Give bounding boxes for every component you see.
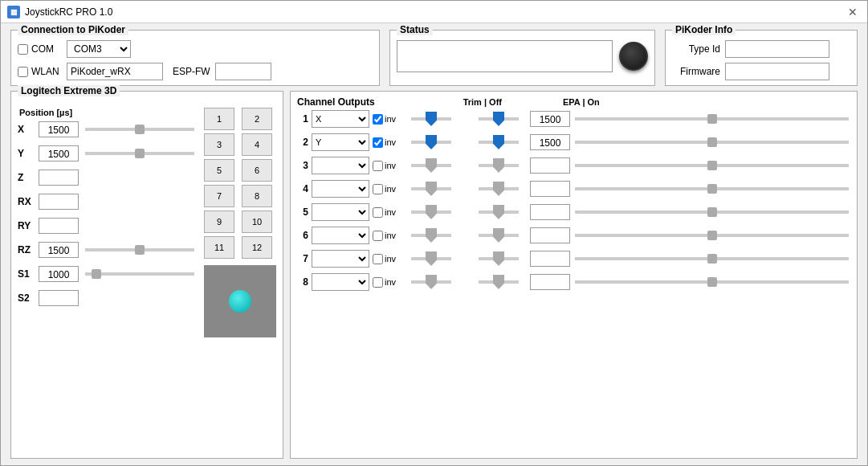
axis-y-label: Y [18, 148, 35, 159]
ch-inv-check-1[interactable] [373, 114, 383, 125]
axis-ry-row: RY [18, 217, 198, 235]
button-grid: 1 2 3 4 5 6 7 8 9 10 11 12 [204, 108, 276, 259]
wlan-checkbox-label[interactable]: WLAN [18, 66, 62, 77]
status-led [619, 42, 648, 71]
ch-num-4: 4 [297, 183, 308, 194]
ch-row-2: 2 YXZ inv [297, 133, 850, 152]
ch-select-5[interactable] [312, 203, 369, 221]
com-select[interactable]: COM3 COM1 COM2 COM4 [67, 40, 131, 58]
ch-epa-slider-1[interactable] [479, 117, 527, 121]
ch-inv-check-2[interactable] [373, 137, 383, 148]
com-checkbox-label[interactable]: COM [18, 43, 62, 55]
ch-select-3[interactable] [312, 157, 369, 174]
axis-x-label: X [18, 124, 35, 135]
ch-select-8[interactable] [312, 273, 369, 291]
bottom-row: Logitech Extreme 3D Position [µs] X 1500 [10, 91, 858, 459]
firmware-row: Firmware [672, 63, 850, 80]
connection-label: Connection to PiKoder [18, 24, 128, 35]
ch-row-1: 1 XYZ inv [297, 109, 850, 129]
axis-rz-slider[interactable] [85, 248, 194, 251]
btn-4[interactable]: 4 [242, 133, 272, 156]
ch-trim-slider-2[interactable] [411, 141, 459, 144]
ch-select-2[interactable]: YXZ [312, 133, 369, 151]
status-inner [397, 40, 648, 72]
ch-num-8: 8 [297, 276, 308, 288]
ch-num-5: 5 [297, 206, 308, 218]
btn-3[interactable]: 3 [204, 133, 234, 156]
btn-6[interactable]: 6 [242, 159, 272, 182]
pos-label: Position [µs] [19, 108, 198, 117]
ch-value-7 [530, 251, 570, 267]
pikoder-info-section: PiKoder Info Type Id Firmware [665, 30, 858, 86]
connection-rows: COM COM3 COM1 COM2 COM4 WLAN [18, 40, 373, 80]
top-row: Connection to PiKoder COM COM3 COM1 COM2… [10, 30, 858, 86]
axis-s1-slider[interactable] [85, 272, 194, 276]
btn-1[interactable]: 1 [204, 108, 234, 130]
firmware-field[interactable] [725, 63, 829, 80]
ch-inv-check-5[interactable] [373, 207, 383, 218]
ch-select-7[interactable] [312, 250, 369, 268]
axis-s1-value: 1000 [39, 266, 79, 282]
axis-s1-label: S1 [18, 268, 35, 280]
ch-row-6: 6 inv [297, 226, 850, 245]
joystick-label: Logitech Extreme 3D [18, 85, 120, 96]
btn-8[interactable]: 8 [242, 185, 272, 207]
btn-5[interactable]: 5 [204, 159, 234, 182]
axis-ry-label: RY [18, 220, 35, 231]
com-label: COM [31, 43, 54, 55]
axis-s2-label: S2 [18, 292, 35, 304]
ch-row-5: 5 inv [297, 202, 850, 222]
ch-trim-slider-1[interactable] [411, 117, 459, 121]
pikoder-info-label: PiKoder Info [672, 24, 736, 35]
wlan-row: WLAN ESP-FW [18, 63, 373, 80]
ch-inv-check-4[interactable] [373, 184, 383, 194]
ch-select-1[interactable]: XYZ [312, 110, 369, 128]
axes-panel: Position [µs] X 1500 Y 1500 [18, 108, 198, 337]
espfw-input[interactable] [215, 63, 271, 80]
axis-y-slider[interactable] [85, 152, 194, 155]
axis-rx-row: RX [18, 193, 198, 211]
ch-row-4: 4 inv [297, 179, 850, 198]
ch-value-3 [530, 157, 570, 174]
ch-inv-check-8[interactable] [373, 277, 383, 288]
com-checkbox[interactable] [18, 44, 28, 55]
com-row: COM COM3 COM1 COM2 COM4 [18, 40, 373, 58]
axis-rx-label: RX [18, 196, 35, 207]
trim-off-label: Trim | Off [463, 97, 502, 107]
channel-section: Channel Outputs Trim | Off EPA | On 1 XY… [290, 91, 858, 459]
btn-12[interactable]: 12 [242, 236, 272, 259]
ch-num-1: 1 [297, 113, 308, 125]
wlan-input[interactable] [67, 63, 163, 80]
status-label: Status [397, 24, 433, 35]
ch-inv-check-7[interactable] [373, 254, 383, 264]
ch-right-slider-1[interactable] [575, 117, 849, 121]
ch-row-7: 7 inv [297, 249, 850, 268]
axis-y-row: Y 1500 [18, 145, 198, 162]
channel-outputs-label: Channel Outputs [297, 96, 375, 108]
btn-9[interactable]: 9 [204, 211, 234, 233]
pikoder-rows: Type Id Firmware [672, 40, 850, 80]
type-id-field[interactable] [725, 40, 829, 58]
ch-row-3: 3 inv [297, 156, 850, 175]
btn-2[interactable]: 2 [242, 108, 272, 130]
wlan-checkbox[interactable] [18, 67, 28, 77]
type-id-label: Type Id [672, 43, 720, 55]
ch-select-6[interactable] [312, 227, 369, 244]
ch-select-4[interactable] [312, 180, 369, 198]
joy-pad-dot [229, 290, 251, 313]
btn-10[interactable]: 10 [242, 211, 272, 233]
btn-7[interactable]: 7 [204, 185, 234, 207]
connection-section: Connection to PiKoder COM COM3 COM1 COM2… [10, 30, 380, 86]
joy-pad[interactable] [204, 265, 276, 337]
ch-inv-check-6[interactable] [373, 231, 383, 241]
titlebar-left: ▦ JoystickRC PRO 1.0 [7, 6, 112, 18]
axis-x-slider[interactable] [85, 128, 194, 131]
axis-z-value [39, 170, 79, 186]
ch-inv-check-3[interactable] [373, 161, 383, 171]
ch-epa-slider-2[interactable] [479, 141, 527, 144]
btn-11[interactable]: 11 [204, 236, 234, 259]
ch-right-slider-2[interactable] [575, 141, 849, 144]
axis-z-label: Z [18, 172, 35, 183]
close-button[interactable]: ✕ [845, 4, 861, 20]
axis-s2-value [39, 290, 79, 306]
